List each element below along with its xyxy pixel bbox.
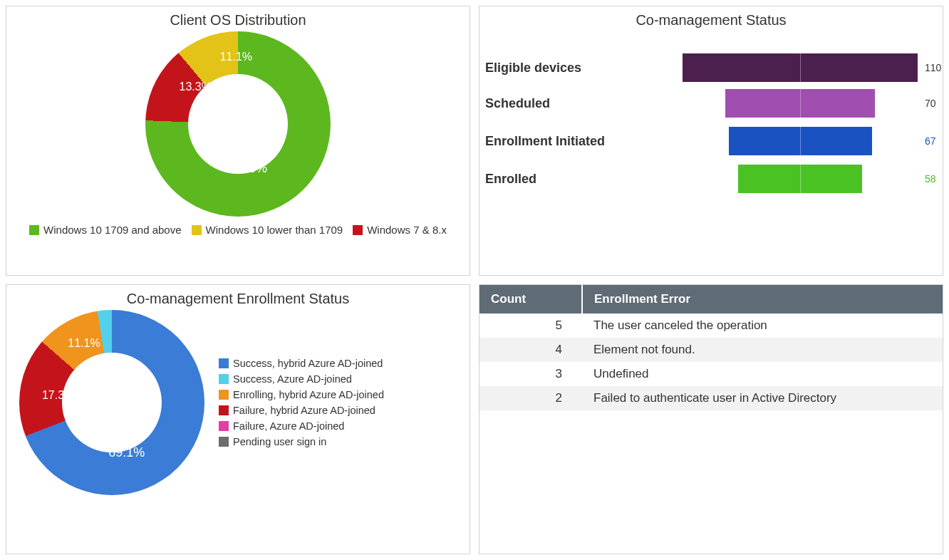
legend-label: Windows 10 1709 and above (43, 224, 181, 236)
cell-count: 2 (479, 386, 582, 410)
legend-swatch (353, 225, 363, 235)
legend-swatch (219, 374, 229, 384)
table-header-row: Count Enrollment Error (479, 285, 943, 313)
col-header-count[interactable]: Count (479, 285, 582, 313)
legend-swatch (192, 225, 202, 235)
slice-label-enrolling: 11.1% (68, 337, 100, 350)
slice-label-yellow: 11.1% (220, 51, 252, 63)
funnel-row-initiated[interactable]: Enrollment Initiated 67 (485, 121, 937, 161)
legend-label: Pending user sign in (233, 436, 326, 447)
legend-item[interactable]: Windows 7 & 8.x (353, 224, 447, 236)
dashboard-grid: Client OS Distribution 75.6% 13.3% 11.1%… (0, 0, 949, 560)
funnel-row-enrolled[interactable]: Enrolled 58 (485, 161, 937, 197)
cell-error: Failed to authenticate user in Active Di… (582, 386, 943, 410)
funnel-value: 70 (925, 98, 936, 109)
legend-swatch (219, 405, 229, 415)
legend-item[interactable]: Success, Azure AD-joined (219, 373, 384, 385)
slice-label-major: 75.6% (231, 161, 267, 176)
col-header-error[interactable]: Enrollment Error (582, 285, 943, 313)
funnel-value: 58 (925, 173, 936, 185)
funnel-label: Enrolled (485, 172, 663, 187)
slice-label-red: 13.3% (180, 81, 212, 93)
funnel-bar (683, 53, 918, 82)
enrollment-error-table[interactable]: Count Enrollment Error 5 The user cancel… (479, 285, 943, 410)
legend-item[interactable]: Failure, Azure AD-joined (219, 420, 384, 432)
legend-enrollment: Success, hybrid Azure AD-joined Success,… (219, 358, 384, 447)
legend-swatch (219, 421, 229, 431)
tile-comanagement-status: Co-management Status Eligible devices 11… (479, 6, 943, 276)
funnel-bar (738, 165, 862, 193)
legend-item[interactable]: Success, hybrid Azure AD-joined (219, 358, 384, 369)
table-row[interactable]: 4 Element not found. (479, 338, 943, 362)
tile-client-os-distribution: Client OS Distribution 75.6% 13.3% 11.1%… (6, 6, 470, 276)
donut-chart-enrollment[interactable]: 69.1% 17.3% 11.1% (19, 310, 204, 495)
legend-label: Success, hybrid Azure AD-joined (233, 358, 383, 369)
legend-label: Failure, hybrid Azure AD-joined (233, 405, 375, 416)
legend-label: Windows 10 lower than 1709 (206, 224, 343, 236)
tile-title: Client OS Distribution (12, 12, 464, 28)
slice-label-failure: 17.3% (42, 389, 74, 402)
cell-count: 4 (479, 338, 582, 362)
legend-label: Success, Azure AD-joined (233, 373, 352, 385)
donut-chart-client-os[interactable]: 75.6% 13.3% 11.1% Windows 10 1709 and ab… (12, 31, 464, 236)
cell-error: The user canceled the operation (582, 313, 943, 338)
table-row[interactable]: 2 Failed to authenticate user in Active … (479, 386, 943, 410)
tile-enrollment-status: Co-management Enrollment Status 69.1% 17… (6, 284, 470, 554)
slice-label-success: 69.1% (108, 445, 145, 460)
legend-label: Enrolling, hybrid Azure AD-joined (233, 389, 384, 400)
legend-swatch (219, 390, 229, 400)
legend-item[interactable]: Failure, hybrid Azure AD-joined (219, 405, 384, 416)
tile-enrollment-errors: Count Enrollment Error 5 The user cancel… (479, 284, 943, 554)
legend-swatch (29, 225, 39, 235)
funnel-bar (725, 89, 875, 118)
funnel-bar (729, 127, 872, 155)
funnel-label: Scheduled (485, 96, 663, 111)
funnel-label: Eligible devices (485, 61, 663, 76)
legend-swatch (219, 437, 229, 447)
legend-swatch (219, 358, 229, 368)
donut-ring: 75.6% 13.3% 11.1% (145, 31, 331, 217)
funnel-row-scheduled[interactable]: Scheduled 70 (485, 85, 937, 121)
legend-item[interactable]: Enrolling, hybrid Azure AD-joined (219, 389, 384, 400)
legend-label: Windows 7 & 8.x (367, 224, 447, 236)
cell-error: Undefined (582, 362, 943, 386)
tile-title: Co-management Status (485, 12, 937, 28)
legend-label: Failure, Azure AD-joined (233, 420, 344, 432)
funnel-chart[interactable]: Eligible devices 110 Scheduled 70 Enroll… (485, 50, 937, 197)
tile-title: Co-management Enrollment Status (12, 291, 464, 307)
table-row[interactable]: 5 The user canceled the operation (479, 313, 943, 338)
funnel-label: Enrollment Initiated (485, 134, 663, 149)
legend-item[interactable]: Pending user sign in (219, 436, 384, 447)
funnel-value: 67 (925, 135, 936, 147)
legend-item[interactable]: Windows 10 1709 and above (29, 224, 181, 236)
funnel-value: 110 (925, 62, 941, 73)
legend-item[interactable]: Windows 10 lower than 1709 (192, 224, 343, 236)
cell-count: 5 (479, 313, 582, 338)
cell-count: 3 (479, 362, 582, 386)
cell-error: Element not found. (582, 338, 943, 362)
funnel-row-eligible[interactable]: Eligible devices 110 (485, 50, 937, 85)
table-row[interactable]: 3 Undefined (479, 362, 943, 386)
legend-client-os: Windows 10 1709 and above Windows 10 low… (29, 224, 447, 236)
